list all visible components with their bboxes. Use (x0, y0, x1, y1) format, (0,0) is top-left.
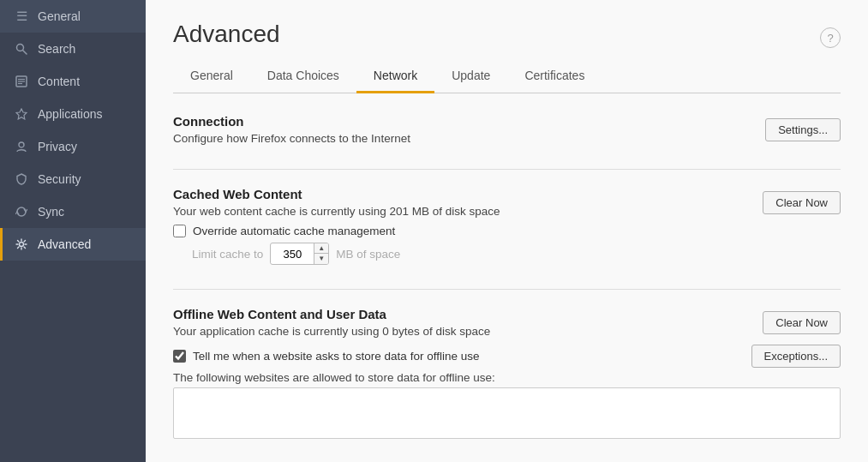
cache-limit-spinner[interactable]: ▲ ▼ (270, 243, 329, 265)
sidebar-label-privacy: Privacy (38, 140, 77, 153)
override-cache-label[interactable]: Override automatic cache management (193, 225, 395, 237)
applications-icon (14, 106, 29, 122)
spinner-down-button[interactable]: ▼ (314, 254, 328, 264)
privacy-icon (14, 139, 29, 154)
sidebar-label-search: Search (38, 42, 75, 56)
help-icon[interactable]: ? (820, 27, 841, 48)
connection-title: Connection (173, 114, 410, 129)
spinner-buttons: ▲ ▼ (314, 243, 328, 264)
override-cache-checkbox[interactable] (173, 225, 186, 237)
websites-list (173, 387, 841, 439)
security-icon (14, 171, 29, 187)
main-content: Advanced ? General Data Choices Network … (146, 0, 868, 462)
svg-point-6 (19, 142, 24, 147)
offline-content-title: Offline Web Content and User Data (173, 307, 490, 321)
sidebar-label-sync: Sync (38, 205, 64, 219)
search-icon (14, 41, 29, 57)
tell-me-row: Tell me when a website asks to store dat… (173, 345, 841, 368)
tab-update[interactable]: Update (434, 62, 507, 93)
sidebar-label-general: General (38, 9, 81, 23)
sidebar-item-privacy[interactable]: Privacy (0, 130, 146, 163)
sidebar: ☰ General Search Content Applic (0, 0, 146, 462)
sidebar-item-applications[interactable]: Applications (0, 98, 146, 130)
page-title: Advanced (173, 21, 280, 48)
tell-me-label[interactable]: Tell me when a website asks to store dat… (193, 350, 479, 363)
sidebar-label-security: Security (38, 172, 81, 186)
cached-content-desc: Your web content cache is currently usin… (173, 205, 500, 218)
content-icon (14, 74, 29, 89)
tell-me-checkbox-row: Tell me when a website asks to store dat… (173, 350, 479, 363)
sidebar-label-applications: Applications (38, 107, 103, 121)
content-area: Connection Configure how Firefox connect… (146, 93, 868, 462)
connection-section: Connection Configure how Firefox connect… (173, 114, 841, 145)
sidebar-item-search[interactable]: Search (0, 33, 146, 65)
cache-limit-input[interactable] (271, 245, 314, 263)
cache-limit-row: Limit cache to ▲ ▼ MB of space (192, 243, 841, 265)
svg-point-7 (20, 243, 24, 247)
cached-content-section: Cached Web Content Your web content cach… (173, 187, 841, 265)
cache-limit-unit: MB of space (336, 248, 400, 261)
sidebar-item-content[interactable]: Content (0, 65, 146, 98)
offline-content-row: Offline Web Content and User Data Your a… (173, 307, 841, 338)
connection-desc: Configure how Firefox connects to the In… (173, 132, 410, 145)
divider-2 (173, 289, 841, 290)
tabs: General Data Choices Network Update Cert… (173, 62, 841, 93)
exceptions-button[interactable]: Exceptions... (751, 345, 841, 368)
connection-row: Connection Configure how Firefox connect… (173, 114, 841, 145)
tell-me-checkbox[interactable] (173, 350, 186, 363)
spinner-up-button[interactable]: ▲ (314, 243, 328, 254)
sidebar-label-content: Content (38, 75, 80, 88)
svg-line-1 (23, 51, 27, 55)
connection-text: Connection Configure how Firefox connect… (173, 114, 410, 145)
sidebar-item-security[interactable]: Security (0, 163, 146, 195)
general-icon: ☰ (14, 9, 29, 24)
tab-data-choices[interactable]: Data Choices (250, 62, 356, 93)
cached-content-title: Cached Web Content (173, 187, 500, 201)
offline-content-desc: Your application cache is currently usin… (173, 325, 490, 338)
cached-content-text: Cached Web Content Your web content cach… (173, 187, 500, 218)
override-cache-row: Override automatic cache management (173, 225, 841, 237)
tab-network[interactable]: Network (356, 62, 434, 93)
allowed-websites-label: The following websites are allowed to st… (173, 371, 841, 384)
sidebar-item-advanced[interactable]: Advanced (0, 228, 146, 261)
cached-content-row: Cached Web Content Your web content cach… (173, 187, 841, 218)
sidebar-item-general[interactable]: ☰ General (0, 0, 146, 33)
cache-limit-label: Limit cache to (192, 248, 263, 261)
divider-1 (173, 169, 841, 170)
tab-general[interactable]: General (173, 62, 250, 93)
advanced-icon (14, 237, 29, 252)
sidebar-label-advanced: Advanced (38, 237, 91, 251)
page-header: Advanced ? (146, 0, 868, 48)
offline-content-section: Offline Web Content and User Data Your a… (173, 307, 841, 439)
cached-clear-button[interactable]: Clear Now (763, 191, 841, 214)
sync-icon (14, 204, 29, 219)
sidebar-item-sync[interactable]: Sync (0, 195, 146, 228)
connection-settings-button[interactable]: Settings... (765, 118, 841, 141)
tab-certificates[interactable]: Certificates (507, 62, 602, 93)
offline-clear-button[interactable]: Clear Now (763, 311, 841, 334)
offline-content-text: Offline Web Content and User Data Your a… (173, 307, 490, 338)
